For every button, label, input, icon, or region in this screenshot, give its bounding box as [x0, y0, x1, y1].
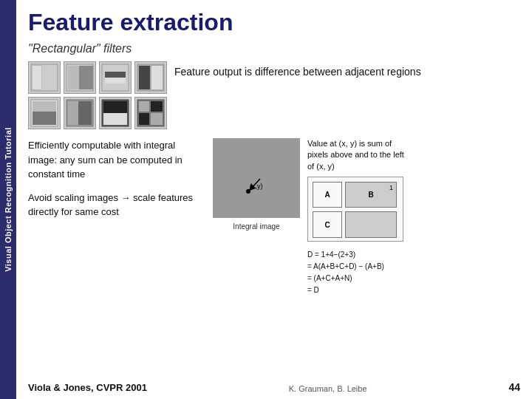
svg-rect-16 — [68, 101, 78, 125]
svg-rect-4 — [68, 66, 79, 89]
value-note: Value at (x, y) is sum of pixels above a… — [307, 138, 411, 172]
formula-line-2: = A(A+B+C+D) − (A+B) — [307, 261, 411, 273]
avoid-text-label: Avoid scaling images → scale features di… — [28, 192, 193, 218]
author-ref: K. Grauman, B. Leibe — [289, 384, 367, 393]
svg-rect-5 — [79, 66, 93, 89]
filter-icon-5 — [28, 97, 61, 129]
avoid-text: Avoid scaling images → scale features di… — [28, 191, 205, 219]
sidebar-label: Visual Object Recognition Tutorial — [4, 127, 13, 272]
region-d — [345, 211, 397, 238]
filter-icon-1 — [28, 61, 61, 94]
svg-rect-19 — [103, 101, 127, 113]
formula-line-4: = D — [307, 284, 411, 296]
svg-rect-8 — [105, 78, 126, 83]
svg-rect-11 — [151, 66, 163, 89]
citation: Viola & Jones, CVPR 2001 — [28, 382, 147, 393]
integral-image-svg: (x,y) — [213, 138, 300, 218]
sidebar: Visual Object Recognition Tutorial — [0, 0, 16, 399]
svg-rect-26 — [213, 138, 300, 218]
svg-rect-25 — [151, 113, 163, 125]
region-c: C — [313, 211, 342, 238]
efficient-text: Efficiently computable with integral ima… — [28, 138, 205, 182]
formula-line-1: D = 1+4−(2+3) — [307, 249, 411, 261]
top-row: Feature output is difference between adj… — [28, 61, 520, 129]
feature-output-desc: Feature output is difference between adj… — [174, 61, 421, 80]
footer: Viola & Jones, CVPR 2001 K. Grauman, B. … — [16, 381, 532, 393]
filter-icon-8 — [134, 97, 167, 129]
filters-subtitle: "Rectangular" filters — [28, 42, 520, 55]
svg-rect-17 — [78, 101, 92, 125]
filter-icon-7 — [99, 97, 132, 129]
main-content: Feature extraction "Rectangular" filters — [16, 0, 532, 399]
filter-icons-grid — [28, 61, 167, 129]
content-row: Efficiently computable with integral ima… — [28, 138, 520, 296]
svg-rect-10 — [139, 66, 150, 89]
region-a: A — [313, 182, 342, 208]
center-diagrams: (x,y) Integral image — [213, 138, 300, 296]
filter-icon-6 — [64, 97, 96, 129]
right-diagram: Value at (x, y) is sum of pixels above a… — [307, 138, 411, 296]
formula-line-3: = (A+C+A+N) — [307, 273, 411, 284]
page-number: 44 — [508, 381, 520, 393]
svg-rect-22 — [139, 101, 149, 112]
filter-icon-3 — [99, 61, 132, 94]
svg-rect-2 — [33, 66, 41, 89]
svg-rect-20 — [103, 113, 127, 125]
svg-rect-24 — [139, 113, 149, 125]
region-b-num: 1 — [389, 184, 393, 191]
svg-rect-7 — [105, 72, 126, 78]
filter-icon-2 — [64, 61, 96, 94]
left-text-block: Efficiently computable with integral ima… — [28, 138, 205, 296]
abc-diagram: A B 1 C — [307, 177, 403, 242]
formula-lines: D = 1+4−(2+3) = A(A+B+C+D) − (A+B) = (A+… — [307, 249, 411, 296]
integral-image-box: (x,y) — [213, 138, 300, 218]
svg-rect-14 — [33, 112, 56, 125]
svg-rect-13 — [33, 101, 56, 112]
page-title: Feature extraction — [28, 9, 520, 36]
integral-caption: Integral image — [233, 222, 279, 231]
region-b: B 1 — [345, 182, 397, 208]
svg-rect-23 — [151, 101, 163, 112]
filter-icon-4 — [134, 61, 167, 94]
